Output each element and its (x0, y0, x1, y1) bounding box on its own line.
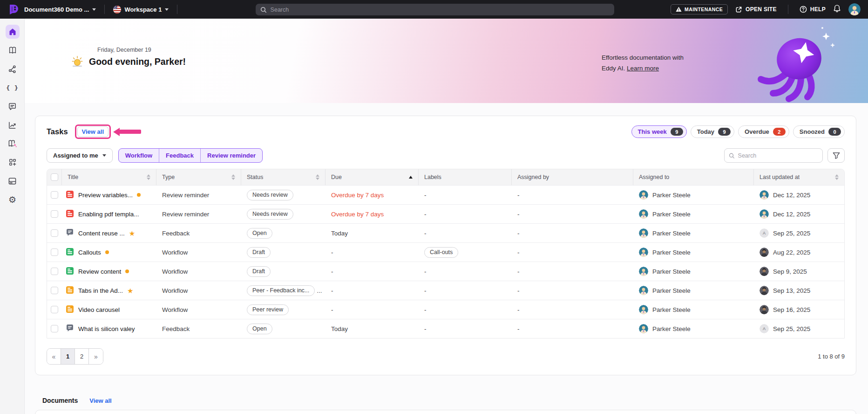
column-header-labels[interactable]: Labels (419, 169, 512, 185)
sort-icon[interactable] (147, 174, 150, 180)
funnel-icon (833, 152, 840, 159)
notifications-bell-icon[interactable] (833, 4, 841, 14)
pending-dot-icon (105, 250, 109, 254)
updated-date: Dec 12, 2025 (773, 211, 810, 218)
filter-button[interactable] (827, 148, 845, 163)
status-pill: Needs review (247, 190, 293, 200)
task-status: Open (241, 228, 326, 239)
letter-a-avatar: A (760, 228, 769, 238)
chevron-down-icon (165, 8, 169, 11)
select-all-checkbox[interactable] (51, 173, 58, 181)
sidebar-item-documentation[interactable] (0, 41, 25, 60)
table-row[interactable]: Callouts Workflow Draft - Call-outs - Pa… (47, 242, 844, 262)
user-avatar[interactable] (848, 3, 861, 15)
documents-view-all-link[interactable]: View all (89, 397, 111, 404)
task-title: Review content (78, 268, 121, 275)
task-assigned-to: Parker Steele (633, 190, 754, 200)
table-row[interactable]: What is silicon valey Feedback Open Toda… (47, 319, 844, 338)
project-switcher[interactable]: Document360 Demo ... (24, 6, 96, 13)
row-checkbox[interactable] (51, 268, 58, 275)
task-status: Needs review (241, 190, 326, 200)
maintenance-button[interactable]: MAINTENANCE (671, 4, 728, 14)
column-header-status[interactable]: Status (241, 169, 326, 185)
table-row[interactable]: Tabs in the Ad...★ Workflow Peer - Feedb… (47, 281, 844, 300)
table-row[interactable]: Video carousel Workflow Peer review - - … (47, 300, 844, 319)
task-filter-chip-overdue[interactable]: Overdue 2 (738, 125, 789, 138)
row-checkbox[interactable] (51, 229, 58, 237)
column-header-due[interactable]: Due (326, 169, 419, 185)
global-search[interactable] (256, 4, 614, 15)
annotation-arrow (113, 128, 141, 136)
pagination-last-button[interactable]: » (89, 349, 103, 364)
learn-more-link[interactable]: Learn more (627, 65, 659, 72)
sidebar-item-eddy-ai[interactable] (0, 134, 25, 153)
task-assigned-to: Parker Steele (633, 324, 754, 333)
table-search[interactable] (724, 148, 823, 163)
row-checkbox[interactable] (51, 248, 58, 256)
column-header-type[interactable]: Type (156, 169, 241, 185)
chip-label: Today (697, 128, 714, 135)
star-icon: ★ (129, 230, 135, 237)
task-labels: - (419, 192, 512, 199)
sidebar-item-home[interactable] (0, 22, 25, 41)
type-tab-workflow[interactable]: Workflow (119, 149, 159, 162)
sidebar-item-settings[interactable]: ⚙ (0, 190, 25, 209)
row-checkbox[interactable] (51, 325, 58, 332)
task-type-tabs: WorkflowFeedbackReview reminder (118, 148, 263, 163)
document360-logo-icon[interactable] (7, 3, 20, 15)
chevron-down-icon (102, 154, 106, 157)
letter-a-avatar: A (760, 324, 769, 333)
workspace-switcher[interactable]: Workspace 1 (113, 6, 169, 14)
sort-icon[interactable] (835, 174, 839, 180)
sidebar-item-analytics[interactable] (0, 116, 25, 134)
comment-icon (66, 324, 74, 334)
sort-icon[interactable] (316, 174, 319, 180)
table-body: Preview variables... Review reminder Nee… (47, 185, 844, 338)
updated-date: Sep 13, 2025 (773, 287, 810, 294)
pagination-first-button[interactable]: « (47, 349, 61, 364)
task-filter-chip-snoozed[interactable]: Snoozed 0 (793, 125, 845, 138)
global-search-input[interactable] (271, 7, 610, 13)
assignee-filter-dropdown[interactable]: Assigned to me (47, 148, 113, 163)
task-labels: Call-outs (419, 247, 512, 258)
table-search-input[interactable] (738, 152, 818, 159)
sidebar-item-apps[interactable] (0, 153, 25, 172)
doc-orange-icon (66, 286, 74, 296)
sidebar-item-categories[interactable] (0, 60, 25, 78)
status-pill: Needs review (247, 209, 293, 220)
task-filter-chip-today[interactable]: Today 9 (691, 125, 734, 138)
row-checkbox[interactable] (51, 191, 58, 199)
sun-icon (71, 55, 84, 68)
table-row[interactable]: Enabling pdf templa... Review reminder N… (47, 204, 844, 223)
help-button[interactable]: HELP (800, 6, 826, 13)
sidebar: { } ⚙ (0, 19, 25, 414)
task-filter-chip-this-week[interactable]: This week 9 (631, 125, 687, 138)
sort-ascending-icon[interactable] (409, 176, 413, 179)
table-row[interactable]: Content reuse ...★ Feedback Open Today -… (47, 223, 844, 242)
table-row[interactable]: Preview variables... Review reminder Nee… (47, 185, 844, 204)
open-site-button[interactable]: OPEN SITE (735, 6, 777, 13)
eddy-ai-promo: Effortless documentation with Eddy AI. L… (602, 52, 684, 74)
row-checkbox[interactable] (51, 306, 58, 313)
chip-label: Overdue (745, 128, 769, 135)
column-header-assigned-by[interactable]: Assigned by (512, 169, 633, 185)
column-header-last-updated-at[interactable]: Last updated at (754, 169, 844, 185)
column-header-assigned-to[interactable]: Assigned to (633, 169, 754, 185)
person-dark-avatar (760, 267, 769, 276)
task-assigned-by: - (512, 268, 633, 275)
type-tab-review-reminder[interactable]: Review reminder (201, 149, 262, 162)
sidebar-item-api-docs[interactable]: { } (0, 78, 25, 97)
page-button-2[interactable]: 2 (75, 349, 89, 364)
sitemap-icon (8, 65, 17, 74)
row-checkbox[interactable] (51, 210, 58, 218)
page-button-1[interactable]: 1 (61, 349, 75, 364)
sort-icon[interactable] (231, 174, 235, 180)
column-header-title[interactable]: Title (62, 169, 156, 185)
task-title: What is silicon valey (78, 325, 135, 332)
table-row[interactable]: Review content Workflow Draft - - - Park… (47, 262, 844, 281)
row-checkbox[interactable] (51, 287, 58, 294)
sidebar-item-feedback[interactable] (0, 97, 25, 116)
sidebar-item-drive[interactable] (0, 172, 25, 190)
type-tab-feedback[interactable]: Feedback (159, 149, 201, 162)
tasks-view-all-button[interactable]: View all (77, 126, 108, 137)
